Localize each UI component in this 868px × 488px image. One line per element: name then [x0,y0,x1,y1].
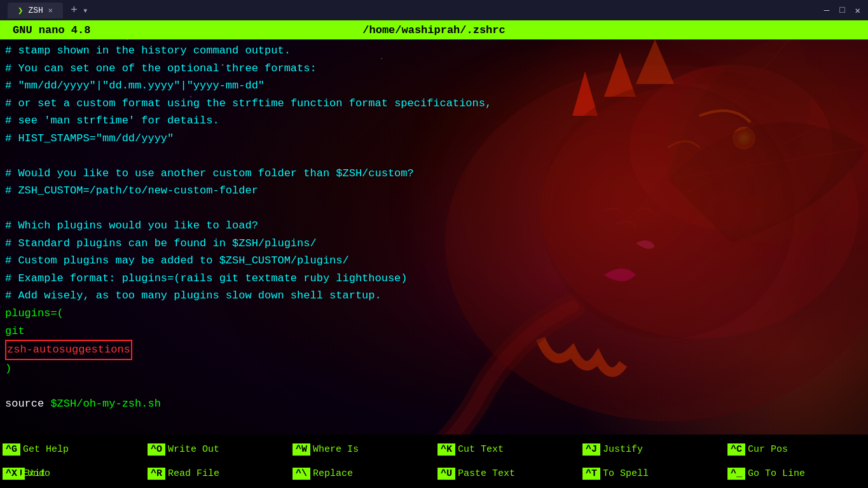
highlighted-line: zsh-autosuggestions [5,340,863,360]
shortcut-cur-pos[interactable]: ^C Cur Pos [725,437,852,461]
source-line: source $ZSH/oh-my-zsh.sh [5,395,863,413]
shortcut-to-spell[interactable]: ^T To Spell [580,461,725,485]
shortcut-write-out[interactable]: ^O Write Out [145,437,290,461]
shortcut-exit[interactable]: ^X Exit [0,461,145,485]
shortcut-key: ^T [582,468,600,480]
shortcut-key: ^R [148,468,165,480]
tab-title: ZSH [28,6,43,15]
shortcut-justify[interactable]: ^J Justify [580,437,725,461]
code-line [5,200,863,218]
code-line: # Would you like to use another custom f… [5,165,863,183]
code-line: # ZSH_CUSTOM=/path/to/new-custom-folder [5,182,863,200]
shortcut-label: Cut Text [458,444,504,455]
code-line [5,147,863,165]
code-line: # HIST_STAMPS="mm/dd/yyyy" [5,130,863,148]
code-line: git [5,323,863,340]
shortcut-key: ^\ [293,468,310,480]
shortcut-paste-text[interactable]: ^U Paste Text [435,461,580,485]
code-line: # "mm/dd/yyyy"|"dd.mm.yyyy"|"yyyy-mm-dd" [5,77,863,95]
shortcut-label: Read File [168,468,219,479]
shortcut-label: Write Out [168,444,219,455]
nano-filepath: /home/washiprah/.zshrc [362,24,505,36]
shortcut-key: ^O [148,443,165,456]
editor-content[interactable]: # stamp shown in the history command out… [0,39,868,435]
window-controls: — □ ✕ [824,5,860,16]
shortcut-key: ^W [293,443,310,456]
shortcut-key: ^_ [727,468,745,480]
shortcut-get-help[interactable]: ^G Get Help [0,437,145,461]
nano-titlebar: GNU nano 4.8 /home/washiprah/.zshrc [0,20,868,39]
shortcut-cut-text[interactable]: ^K Cut Text [435,437,580,461]
code-line: # Custom plugins may be added to $ZSH_CU… [5,252,863,270]
code-line: # You can set one of the optional three … [5,60,863,78]
shortcut-row-1: ^G Get Help ^O Write Out ^W Where Is ^K … [0,437,868,461]
code-line: # see 'man strftime' for details. [5,112,863,130]
shortcut-key: ^C [727,443,745,456]
shortcut-key: ^J [582,443,600,456]
shortcut-key: ^G [3,443,20,456]
code-line: # or set a custom format using the strft… [5,95,863,113]
close-window-button[interactable]: ✕ [855,5,860,16]
shell-icon: ❯ [18,5,23,16]
tab-dropdown-button[interactable]: ▾ [83,5,88,16]
nano-editor: GNU nano 4.8 /home/washiprah/.zshrc # st… [0,20,868,488]
shortcut-key: ^X [3,468,20,480]
code-line: # Add wisely, as too many plugins slow d… [5,287,863,305]
code-line: ) [5,360,863,378]
maximize-button[interactable]: □ [839,5,844,16]
shortcut-label: To Spell [603,468,649,479]
shortcut-label: Justify [603,444,643,455]
shortcut-replace[interactable]: ^\ Replace [290,461,435,485]
nano-statusbar: ^G Get Help ^O Write Out ^W Where Is ^K … [0,435,868,488]
shortcut-row-2: ^X Exit ^R Read File ^\ Replace ^U Paste… [0,461,868,485]
minimize-button[interactable]: — [824,5,829,16]
code-line: # Which plugins would you like to load? [5,217,863,235]
shortcut-label: Exit [23,468,46,479]
code-line: # Example format: plugins=(rails git tex… [5,270,863,288]
shortcut-where-is[interactable]: ^W Where Is [290,437,435,461]
terminal-tab[interactable]: ❯ ZSH ✕ [8,3,63,18]
tab-close-button[interactable]: ✕ [48,6,53,15]
highlighted-text: zsh-autosuggestions [5,340,132,360]
shortcut-label: Cur Pos [748,444,788,455]
shortcut-key: ^U [437,468,455,480]
shortcut-go-to-line[interactable]: ^_ Go To Line [725,461,852,485]
titlebar: ❯ ZSH ✕ + ▾ — □ ✕ [0,0,868,20]
code-line [5,377,863,395]
nano-app-name: GNU nano 4.8 [13,24,90,36]
code-line: plugins=( [5,305,863,323]
shortcut-read-file[interactable]: ^R Read File [145,461,290,485]
code-line: # stamp shown in the history command out… [5,42,863,60]
shortcut-label: Go To Line [748,468,805,479]
shortcut-redo[interactable]: M-E Redo [0,485,145,488]
code-line: # Standard plugins can be found in $ZSH/… [5,235,863,253]
shortcut-key: ^K [437,443,455,456]
shortcut-label: Replace [313,468,353,479]
shortcut-label: Where Is [313,444,359,455]
shortcut-label: Get Help [23,444,69,455]
new-tab-button[interactable]: + [71,4,78,17]
shortcut-label: Paste Text [458,468,515,479]
